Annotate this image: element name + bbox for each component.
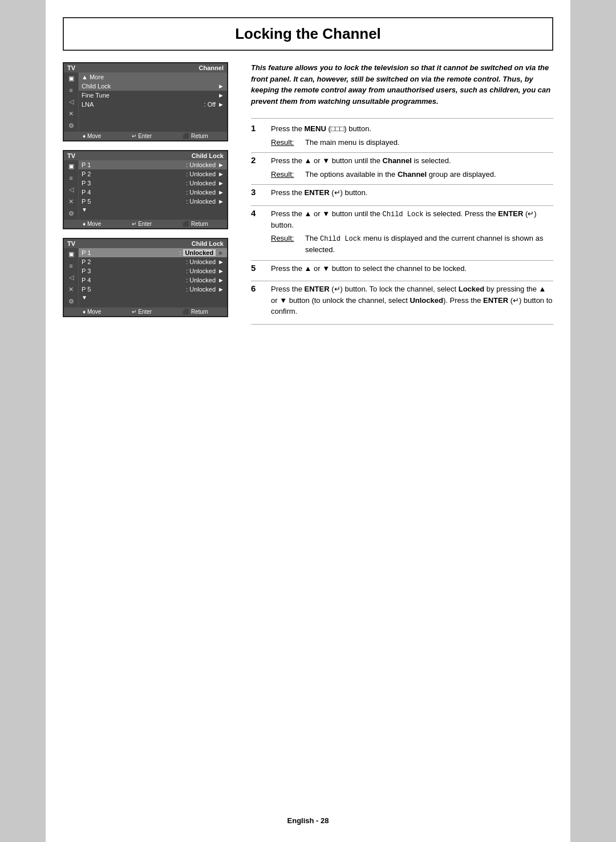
step-4-content: Press the ▲ or ▼ button until the Child …: [271, 208, 553, 256]
main-content: TV Channel ▣ ≡ ◁ ✕ ⚙ ▲ More: [46, 62, 570, 327]
tv3-footer-enter: ↵ Enter: [132, 309, 152, 315]
step-2-result-text: The options available in the Channel gro…: [305, 169, 496, 180]
step-6-instruction: Press the ENTER (↵) button. To lock the …: [271, 284, 553, 317]
step-3: 3 Press the ENTER (↵) button.: [251, 187, 553, 206]
tv1-menu: ▲ More Child Lock ► Fine Tune ► LNA :: [79, 72, 227, 132]
tv2-footer: ♦ Move ↵ Enter ⬛ Return: [64, 220, 227, 228]
tv3-footer: ♦ Move ↵ Enter ⬛ Return: [64, 307, 227, 316]
step-6-num: 6: [251, 284, 262, 319]
tv-icon-5: ⚙: [68, 122, 74, 129]
step-5-num: 5: [251, 263, 262, 277]
tv1-footer: ♦ Move ↵ Enter ⬛ Return: [64, 132, 227, 140]
tv2-footer-enter: ↵ Enter: [132, 221, 152, 227]
step-2: 2 Press the ▲ or ▼ button until the Chan…: [251, 155, 553, 185]
tv2-header: TV Child Lock: [64, 151, 227, 160]
step-1-result-label: Result:: [271, 137, 299, 148]
step-1-result-text: The main menu is displayed.: [305, 137, 399, 148]
tv3-icon-1: ▣: [68, 250, 74, 258]
tv2-menu: P 1 : Unlocked ► P 2 : Unlocked ► P: [79, 160, 227, 220]
tv3-icon-2: ≡: [69, 262, 72, 269]
tv2-p4-row: P 4 : Unlocked ►: [79, 188, 227, 197]
tv3-footer-move: ♦ Move: [83, 309, 101, 315]
tv2-down-arrow: ▼: [79, 206, 227, 213]
tv3-header-right: Child Lock: [192, 240, 224, 247]
tv3-footer-return: ⬛ Return: [183, 309, 208, 315]
tv2-icon-5: ⚙: [68, 210, 74, 217]
step-1-num: 1: [251, 123, 262, 148]
step-4-result: Result: The Child Lock menu is displayed…: [271, 233, 553, 256]
step-1: 1 Press the MENU (□□□) button. Result: T…: [251, 123, 553, 153]
tv2-icon-3: ◁: [69, 186, 74, 193]
footer-text: English - 28: [287, 816, 329, 825]
tv1-footer-return: ⬛ Return: [183, 133, 208, 139]
tv1-lna-row: LNA : Off ►: [79, 100, 227, 109]
tv3-icon-3: ◁: [69, 274, 74, 281]
tv3-p5-row: P 5 : Unlocked ►: [79, 285, 227, 294]
step-6-content: Press the ENTER (↵) button. To lock the …: [271, 284, 553, 319]
step-2-instruction: Press the ▲ or ▼ button until the Channe…: [271, 155, 553, 167]
step-1-content: Press the MENU (□□□) button. Result: The…: [271, 123, 553, 148]
title-bar: Locking the Channel: [63, 17, 553, 51]
tv3-p1-row-selected: P 1 : Unlocked ►: [79, 248, 227, 257]
step-5-instruction: Press the ▲ or ▼ button to select the ch…: [271, 263, 553, 274]
page-footer: English - 28: [63, 816, 553, 825]
tv1-header: TV Channel: [64, 63, 227, 72]
tv2-p3-row: P 3 : Unlocked ►: [79, 179, 227, 188]
tv1-content: ▣ ≡ ◁ ✕ ⚙ ▲ More Child Lock ►: [64, 72, 227, 132]
step-2-content: Press the ▲ or ▼ button until the Channe…: [271, 155, 553, 180]
tv1-icons: ▣ ≡ ◁ ✕ ⚙: [64, 72, 79, 132]
instructions-column: This feature allows you to lock the tele…: [245, 62, 553, 327]
tv3-p3-row: P 3 : Unlocked ►: [79, 266, 227, 276]
tv-icon-1: ▣: [68, 75, 74, 82]
step-4-num: 4: [251, 208, 262, 256]
tv2-icon-1: ▣: [68, 163, 74, 170]
tv2-icons: ▣ ≡ ◁ ✕ ⚙: [64, 160, 79, 220]
tv2-icon-2: ≡: [69, 175, 72, 181]
tv-icon-2: ≡: [69, 87, 72, 94]
tv2-icon-4: ✕: [68, 198, 74, 205]
tv1-header-right: Channel: [199, 64, 224, 71]
tv2-footer-move: ♦ Move: [83, 221, 101, 227]
tv1-finetune-row: Fine Tune ►: [79, 91, 227, 100]
intro-paragraph: This feature allows you to lock the tele…: [251, 62, 553, 107]
step-4: 4 Press the ▲ or ▼ button until the Chil…: [251, 208, 553, 261]
step-4-instruction: Press the ▲ or ▼ button until the Child …: [271, 208, 553, 231]
step-5-content: Press the ▲ or ▼ button to select the ch…: [271, 263, 553, 277]
tv1-childlock-row: Child Lock ►: [79, 82, 227, 91]
tv2-p1-row: P 1 : Unlocked ►: [79, 160, 227, 169]
tv2-p5-row: P 5 : Unlocked ►: [79, 197, 227, 206]
tv1-footer-move: ♦ Move: [83, 133, 101, 139]
step-6: 6 Press the ENTER (↵) button. To lock th…: [251, 284, 553, 325]
step-1-result: Result: The main menu is displayed.: [271, 137, 553, 148]
step-3-num: 3: [251, 187, 262, 201]
tv-screen-3: TV Child Lock ▣ ≡ ◁ ✕ ⚙ P 1: [63, 238, 228, 317]
step-2-result: Result: The options available in the Cha…: [271, 169, 553, 180]
tv-screens-column: TV Channel ▣ ≡ ◁ ✕ ⚙ ▲ More: [63, 62, 234, 327]
tv1-footer-enter: ↵ Enter: [132, 133, 152, 139]
tv3-icon-5: ⚙: [68, 298, 74, 305]
step-2-num: 2: [251, 155, 262, 180]
tv-icon-4: ✕: [68, 110, 74, 118]
tv2-content: ▣ ≡ ◁ ✕ ⚙ P 1 : Unlocked ►: [64, 160, 227, 220]
tv3-icon-4: ✕: [68, 286, 74, 293]
step-3-instruction: Press the ENTER (↵) button.: [271, 187, 553, 199]
tv3-menu: P 1 : Unlocked ► P 2 : Unlocked ► P: [79, 248, 227, 307]
step-4-result-label: Result:: [271, 233, 299, 256]
tv2-header-left: TV: [67, 152, 75, 159]
divider-0: [251, 118, 553, 119]
tv-screen-1: TV Channel ▣ ≡ ◁ ✕ ⚙ ▲ More: [63, 62, 228, 141]
tv1-header-left: TV: [67, 64, 75, 71]
step-2-result-label: Result:: [271, 169, 299, 180]
tv3-p4-row: P 4 : Unlocked ►: [79, 276, 227, 285]
tv3-header: TV Child Lock: [64, 239, 227, 248]
tv2-header-right: Child Lock: [192, 152, 224, 159]
page-title: Locking the Channel: [75, 25, 541, 43]
tv3-p2-row: P 2 : Unlocked ►: [79, 257, 227, 266]
tv3-header-left: TV: [67, 240, 75, 247]
step-3-content: Press the ENTER (↵) button.: [271, 187, 553, 201]
tv-icon-3: ◁: [69, 98, 74, 106]
step-5: 5 Press the ▲ or ▼ button to select the …: [251, 263, 553, 282]
tv3-icons: ▣ ≡ ◁ ✕ ⚙: [64, 248, 79, 307]
tv2-footer-return: ⬛ Return: [183, 221, 208, 227]
page: Locking the Channel TV Channel ▣ ≡ ◁ ✕ ⚙: [46, 0, 570, 842]
